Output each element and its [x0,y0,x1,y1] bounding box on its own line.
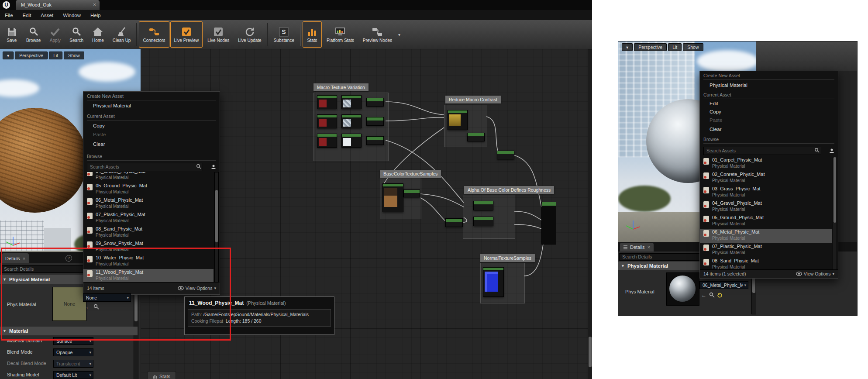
asset-list-scrollbar-thumb[interactable] [215,190,218,242]
asset-item[interactable]: 05_Ground_Physic_MatPhysical Material [83,183,214,197]
blend-mode-combo[interactable]: Opaque ▾ [53,348,93,356]
material-node[interactable] [317,95,337,109]
title-bar[interactable]: U M_Wood_Oak × [0,0,592,10]
person-filter-icon[interactable] [211,164,216,169]
asset-item[interactable]: 03_Grass_Physic_MatPhysical Material [700,186,832,200]
substance-button[interactable]: S Substance [270,21,298,48]
comment-title[interactable]: Macro Texture Variation [313,83,369,91]
phys-material-combo[interactable]: None ▾ [83,293,131,302]
apply-button[interactable]: Apply [45,21,65,48]
asset-item[interactable]: 07_Plastic_Physic_MatPhysical Material [83,211,214,226]
menu-window[interactable]: Window [58,13,86,18]
asset-item[interactable]: 10_Water_Physic_MatPhysical Material [83,255,214,269]
viewport-options-dropdown[interactable]: ▾ [3,52,14,59]
viewport-show-button[interactable]: Show [64,52,84,59]
asset-item[interactable]: 07_Plastic_Physic_MatPhysical Material [700,243,832,258]
close-icon[interactable]: × [648,245,650,250]
viewport-options-dropdown[interactable]: ▾ [622,43,633,51]
details-search-input[interactable] [619,253,709,261]
asset-item-selected[interactable]: 06_Metal_Physic_MatPhysical Material [700,229,832,243]
material-node[interactable] [473,217,493,226]
document-tab[interactable]: M_Wood_Oak × [16,0,100,10]
close-icon[interactable]: × [93,0,96,10]
material-node[interactable] [467,133,485,141]
comment-title[interactable]: Reduce Macro Contrast [445,96,501,103]
menu-item-copy[interactable]: Copy [700,109,838,114]
live-nodes-button[interactable]: Live Nodes [203,21,233,48]
reset-to-default-icon[interactable] [717,292,723,298]
asset-item[interactable]: 01_Carpet_Physic_MatPhysical Material [700,157,832,171]
material-node[interactable] [473,201,493,210]
clean-up-button[interactable]: Clean Up [109,21,135,48]
asset-item[interactable]: 04_Gravel_Physic_MatPhysical Material [83,172,214,183]
comment-title[interactable]: Alpha Of Base Color Defines Roughness [464,186,554,194]
platform-stats-button[interactable]: Platform Stats [323,21,358,48]
asset-item[interactable]: 02_Conrete_Physic_MatPhysical Material [700,171,832,186]
phys-material-combo[interactable]: 06_Metal_Physic_M ▾ [699,281,748,289]
menu-item-paste[interactable]: Paste [700,117,838,123]
menu-item-clear[interactable]: Clear [83,141,220,147]
material-node[interactable] [317,134,337,148]
asset-list-scrollbar[interactable] [833,157,837,270]
viewport-show-button[interactable]: Show [683,43,703,51]
material-node[interactable] [483,267,504,297]
asset-list-scrollbar[interactable] [214,172,219,283]
material-node[interactable] [366,136,384,145]
material-node[interactable] [366,98,384,107]
material-node[interactable] [382,183,403,212]
viewport-lit-button[interactable]: Lit [668,43,682,51]
graph-scrollbar-thumb[interactable] [589,337,592,367]
material-domain-combo[interactable]: Surface ▾ [53,337,93,345]
asset-item[interactable]: 09_Snow_Physic_MatPhysical Material [83,240,214,255]
material-node[interactable] [403,190,420,197]
menu-item-physical-material[interactable]: Physical Material [700,83,838,88]
menu-item-paste[interactable]: Paste [83,132,220,137]
live-update-button[interactable]: Live Update [234,21,265,48]
browse-button[interactable]: Browse [22,21,45,48]
phys-material-thumbnail[interactable] [666,272,699,306]
graph-scrollbar[interactable] [588,49,592,379]
preview-nodes-dropdown[interactable]: ▾ [397,21,402,48]
menu-item-edit[interactable]: Edit [700,101,838,106]
browse-to-asset-icon[interactable] [93,304,99,310]
main-material-node[interactable] [541,202,556,245]
use-selected-asset-icon[interactable]: ← [701,293,706,298]
asset-item[interactable]: 04_Gravel_Physic_MatPhysical Material [700,200,832,214]
viewport-perspective-button[interactable]: Perspective [15,52,48,59]
home-button[interactable]: Home [88,21,108,48]
connectors-button[interactable]: Connectors [139,21,169,48]
menu-item-clear[interactable]: Clear [700,127,838,132]
tab-details[interactable]: Details × [2,253,29,263]
close-icon[interactable]: × [23,256,25,261]
menu-item-copy[interactable]: Copy [83,123,220,128]
asset-item[interactable]: 08_Sand_Physic_MatPhysical Material [83,226,214,240]
menu-help[interactable]: Help [86,13,106,18]
asset-search-input[interactable] [703,147,821,155]
stats-button[interactable]: Stats [303,21,322,48]
preview-nodes-button[interactable]: Preview Nodes [359,21,396,48]
asset-item[interactable]: 05_Ground_Physic_MatPhysical Material [700,214,832,229]
view-options-button[interactable]: View Options ▾ [796,271,834,276]
viewport-lit-button[interactable]: Lit [49,52,62,59]
menu-edit[interactable]: Edit [18,13,36,18]
section-header-material[interactable]: ▼ Material [0,327,138,335]
menu-asset[interactable]: Asset [36,13,58,18]
menu-file[interactable]: File [0,13,18,18]
asset-item[interactable]: 08_Sand_Physic_MatPhysical Material [700,258,832,269]
asset-list-scrollbar-thumb[interactable] [834,157,836,223]
material-node[interactable] [341,95,362,109]
tab-details[interactable]: Details × [620,243,654,252]
save-button[interactable]: Save [2,21,21,48]
material-node[interactable] [341,134,362,148]
comment-title[interactable]: BaseColorTextureSamples [380,170,441,178]
stats-panel-tab[interactable]: Stats [147,371,176,379]
viewport-perspective-button[interactable]: Perspective [634,43,667,51]
asset-item-selected[interactable]: 11_Wood_Physic_MatPhysical Material [83,269,214,282]
material-node[interactable] [497,151,514,159]
help-icon[interactable]: ? [65,255,72,262]
material-node[interactable] [341,114,362,128]
search-button[interactable]: Search [65,21,87,48]
menu-item-physical-material[interactable]: Physical Material [83,103,220,108]
decal-blend-mode-combo[interactable]: Translucent ▾ [53,360,93,368]
use-selected-asset-icon[interactable]: ← [86,304,91,310]
